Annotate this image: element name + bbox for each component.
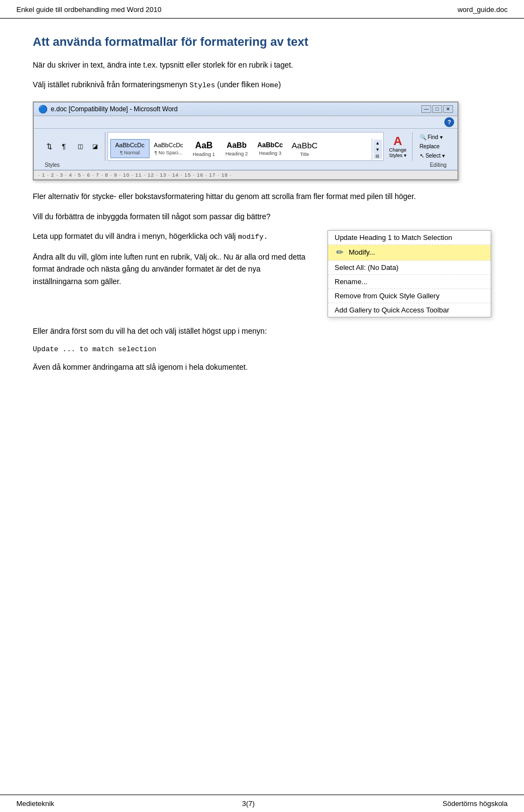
modify-label: Modify... [349, 248, 375, 256]
style-heading2-label: Heading 2 [225, 151, 248, 157]
rename-label: Rename... [335, 278, 367, 286]
titlebar-controls[interactable]: — □ ✕ [421, 105, 453, 113]
maximize-button[interactable]: □ [432, 105, 442, 113]
gallery-scroll: ▲ ▼ ⊟ [372, 139, 383, 160]
style-normal[interactable]: AaBbCcDc ¶ Normal [110, 139, 150, 158]
select-all-label: Select All: (No Data) [335, 263, 398, 272]
context-menu-item-add-gallery[interactable]: Add Gallery to Quick Access Toolbar [328, 303, 491, 317]
context-menu-item-rename[interactable]: Rename... [328, 275, 491, 289]
page-title: Att använda formatmallar för formatering… [33, 35, 491, 49]
style-no-spacing[interactable]: AaBbCcDc ¶ No Spaci... [150, 140, 188, 158]
replace-button[interactable]: Replace [417, 142, 448, 151]
word-titlebar: 🔵 e.doc [Compatibility Mode] - Microsoft… [34, 103, 457, 116]
pilcrow-icon[interactable]: ¶ [57, 141, 70, 153]
context-menu-item-update[interactable]: Update Heading 1 to Match Selection [328, 231, 491, 245]
page: Enkel guide till ordbehandling med Word … [0, 0, 524, 812]
word-ribbon: ⇅ ¶ ◫ ◪ AaBbCcDc ¶ Normal [34, 129, 457, 171]
style-no-spacing-preview: AaBbCcDc [154, 142, 183, 149]
style-heading3-preview: AaBbCc [258, 141, 283, 149]
style-normal-label: ¶ Normal [120, 150, 140, 155]
sort-icon[interactable]: ⇅ [43, 141, 56, 153]
help-icon[interactable]: ? [444, 117, 454, 127]
page-content: Att använda formatmallar för formatering… [0, 19, 524, 795]
paragraph-4: Vill du förbättra de inbyggda formaten t… [33, 210, 491, 222]
paragraph-1: När du skriver in text, ändra inte t.ex.… [33, 59, 491, 71]
footer-center: 3(7) [242, 799, 255, 808]
footer-left: Medieteknik [16, 799, 54, 808]
minimize-button[interactable]: — [421, 105, 431, 113]
context-menu: Update Heading 1 to Match Selection ✏ Mo… [327, 230, 491, 317]
style-heading3[interactable]: AaBbCc Heading 3 [253, 139, 288, 158]
ribbon-labels: Styles Editing [39, 161, 452, 170]
word-screenshot: 🔵 e.doc [Compatibility Mode] - Microsoft… [33, 101, 458, 181]
gallery-scroll-more[interactable]: ⊟ [373, 153, 382, 159]
paragraph-6: Ändra allt du vill, glöm inte luften run… [33, 251, 311, 287]
ribbon-toolbar: ⇅ ¶ ◫ ◪ AaBbCcDc ¶ Normal [39, 132, 452, 161]
find-button[interactable]: 🔍 Find ▾ [417, 133, 448, 141]
header-right: word_guide.doc [457, 5, 508, 14]
paragraph-7-code: Update ... to match selection [33, 342, 491, 356]
style-heading2-preview: AaBb [227, 141, 247, 150]
paragraph-3: Fler alternativ för stycke- eller boksta… [33, 190, 491, 202]
styles-gallery-inner: AaBbCcDc ¶ Normal AaBbCcDc ¶ No Spaci...… [108, 137, 372, 160]
indent-right-icon[interactable]: ◪ [88, 141, 102, 153]
gallery-scroll-down[interactable]: ▼ [373, 146, 382, 153]
style-title-preview: AaBbC [291, 141, 318, 151]
style-normal-preview: AaBbCcDc [115, 142, 145, 149]
style-heading1[interactable]: AaB Heading 1 [188, 138, 221, 159]
styles-group-label: Styles [45, 162, 59, 168]
change-styles-label: ChangeStyles ▾ [389, 147, 407, 158]
change-styles-button[interactable]: A ChangeStyles ▾ [386, 132, 410, 161]
paragraph-5: Leta upp formatet du vill ändra i menyn,… [33, 230, 311, 243]
indent-left-icon[interactable]: ◫ [74, 141, 87, 153]
page-footer: Medieteknik 3(7) Södertörns högskola [0, 795, 524, 812]
editing-group-label: Editing [430, 162, 446, 168]
word-titlebar-title: e.doc [Compatibility Mode] - Microsoft W… [51, 105, 178, 113]
style-heading1-label: Heading 1 [193, 152, 215, 157]
header-left: Enkel guide till ordbehandling med Word … [16, 5, 162, 14]
style-heading1-preview: AaB [195, 140, 213, 151]
select-button[interactable]: ↖ Select ▾ [417, 152, 448, 160]
editing-group: 🔍 Find ▾ Replace ↖ Select ▾ [412, 132, 452, 161]
styles-gallery: AaBbCcDc ¶ Normal AaBbCcDc ¶ No Spaci...… [108, 132, 384, 161]
style-title-label: Title [300, 152, 309, 157]
change-styles-icon: A [394, 135, 402, 147]
context-menu-item-select-all[interactable]: Select All: (No Data) [328, 261, 491, 275]
style-heading3-label: Heading 3 [259, 151, 281, 156]
remove-label: Remove from Quick Style Gallery [335, 292, 439, 300]
close-button[interactable]: ✕ [443, 105, 453, 113]
paragraph-7: Eller ändra först som du vill ha det och… [33, 325, 491, 337]
footer-right: Södertörns högskola [443, 799, 508, 808]
paragraph-8: Även då kommer ändringarna att slå igeno… [33, 361, 491, 373]
style-title[interactable]: AaBbC Title [287, 139, 322, 159]
ribbon-left-icons: ⇅ ¶ ◫ ◪ [39, 132, 105, 161]
page-header: Enkel guide till ordbehandling med Word … [0, 0, 524, 19]
modify-icon: ✏ [335, 248, 344, 257]
context-menu-item-modify[interactable]: ✏ Modify... [328, 245, 491, 261]
style-heading2[interactable]: AaBb Heading 2 [221, 139, 253, 159]
context-menu-item-remove[interactable]: Remove from Quick Style Gallery [328, 289, 491, 303]
update-heading-label: Update Heading 1 to Match Selection [335, 233, 452, 242]
add-gallery-label: Add Gallery to Quick Access Toolbar [335, 306, 449, 314]
style-no-spacing-label: ¶ No Spaci... [154, 150, 182, 155]
gallery-scroll-up[interactable]: ▲ [373, 140, 382, 146]
ruler: · 1 · 2 · 3 · 4 · 5 · 6 · 7 · 8 · 9 · 10… [34, 171, 457, 179]
paragraph-2: Välj istället rubriknivå från formaterin… [33, 79, 491, 92]
